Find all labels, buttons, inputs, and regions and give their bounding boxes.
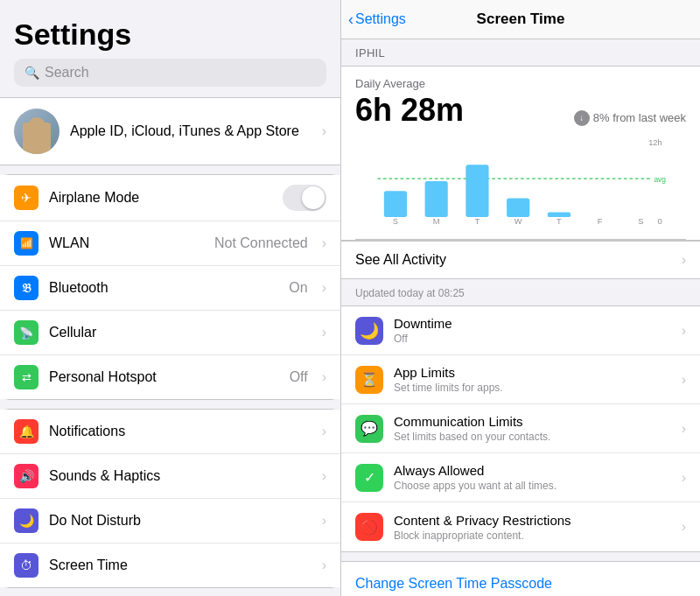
hotspot-value: Off — [290, 369, 308, 385]
apple-id-row[interactable]: Apple ID, iCloud, iTunes & App Store › — [0, 97, 340, 165]
screentime-icon: ⏱ — [14, 553, 38, 578]
updated-text: Updated today at 08:25 — [355, 287, 465, 299]
content-privacy-chevron: › — [682, 519, 686, 535]
wlan-row[interactable]: 📶 WLAN Not Connected › — [0, 221, 340, 266]
dnd-icon: 🌙 — [14, 508, 38, 533]
back-label: Settings — [355, 11, 406, 27]
bluetooth-value: On — [289, 280, 307, 296]
always-allowed-chevron: › — [682, 470, 686, 486]
cellular-label: Cellular — [49, 325, 312, 340]
comm-limits-icon: 💬 — [355, 415, 383, 443]
content-privacy-row[interactable]: 🚫 Content & Privacy Restrictions Block i… — [341, 502, 700, 551]
bluetooth-chevron: › — [322, 280, 326, 296]
daily-avg-section: Daily Average 6h 28m ↓ 8% from last week… — [341, 66, 700, 241]
trend-badge: ↓ 8% from last week — [574, 110, 686, 126]
dnd-label: Do Not Disturb — [49, 513, 312, 529]
downtime-chevron: › — [682, 323, 686, 339]
trend-text: 8% from last week — [593, 111, 686, 124]
apple-id-chevron: › — [322, 123, 326, 139]
change-passcode-label: Change Screen Time Passcode — [355, 576, 552, 591]
apple-id-text: Apple ID, iCloud, iTunes & App Store — [70, 123, 312, 139]
screentime-label: Screen Time — [49, 557, 312, 573]
downtime-icon: 🌙 — [355, 317, 383, 345]
back-chevron-icon: ‹ — [348, 11, 354, 29]
svg-rect-4 — [384, 191, 407, 217]
wlan-chevron: › — [322, 235, 326, 251]
back-button[interactable]: ‹ Settings — [348, 11, 406, 29]
comm-limits-subtitle: Set limits based on your contacts. — [394, 431, 671, 443]
svg-text:F: F — [598, 217, 603, 226]
airplane-mode-row[interactable]: ✈ Airplane Mode — [0, 175, 340, 221]
always-allowed-title: Always Allowed — [394, 463, 671, 478]
airplane-mode-toggle[interactable] — [283, 185, 326, 211]
hotspot-icon: ⇄ — [14, 365, 38, 389]
cellular-icon: 📡 — [14, 320, 38, 345]
bluetooth-label: Bluetooth — [49, 280, 278, 296]
sounds-row[interactable]: 🔊 Sounds & Haptics › — [0, 454, 340, 499]
always-allowed-subtitle: Choose apps you want at all times. — [394, 480, 671, 492]
screen-title: Screen Time — [477, 11, 565, 28]
username-section: IPHIL — [341, 39, 700, 66]
features-section: 🌙 Downtime Off › ⏳ App Limits Set time l… — [341, 305, 700, 552]
sounds-chevron: › — [322, 468, 326, 484]
downtime-subtitle: Off — [394, 333, 671, 345]
bluetooth-row[interactable]: 𝔅 Bluetooth On › — [0, 266, 340, 311]
notifications-row[interactable]: 🔔 Notifications › — [0, 410, 340, 454]
username-label: IPHIL — [355, 46, 385, 60]
trend-down-icon: ↓ — [574, 110, 590, 126]
screentime-row[interactable]: ⏱ Screen Time › — [0, 543, 340, 587]
svg-text:W: W — [514, 217, 522, 226]
svg-text:avg: avg — [654, 175, 666, 184]
dnd-row[interactable]: 🌙 Do Not Disturb › — [0, 499, 340, 543]
see-all-row[interactable]: See All Activity › — [341, 241, 700, 279]
daily-avg-row: 6h 28m ↓ 8% from last week — [355, 92, 686, 129]
dnd-chevron: › — [322, 513, 326, 529]
change-passcode-section[interactable]: Change Screen Time Passcode — [341, 561, 700, 596]
downtime-row[interactable]: 🌙 Downtime Off › — [341, 306, 700, 355]
app-limits-subtitle: Set time limits for apps. — [394, 382, 671, 394]
comm-limits-title: Communication Limits — [394, 414, 671, 429]
content-privacy-text: Content & Privacy Restrictions Block ina… — [394, 513, 671, 542]
app-limits-text: App Limits Set time limits for apps. — [394, 365, 671, 394]
wlan-value: Not Connected — [214, 235, 308, 251]
cellular-chevron: › — [322, 325, 326, 340]
notifications-icon: 🔔 — [14, 419, 38, 444]
settings-title: Settings — [0, 0, 340, 59]
apple-id-label: Apple ID, iCloud, iTunes & App Store — [70, 123, 299, 138]
hotspot-label: Personal Hotspot — [49, 369, 279, 385]
settings-section-2: 🔔 Notifications › 🔊 Sounds & Haptics › 🌙… — [0, 409, 340, 588]
svg-text:0: 0 — [658, 217, 662, 226]
search-bar[interactable]: 🔍 Search — [14, 59, 326, 87]
svg-rect-7 — [507, 199, 529, 218]
bluetooth-icon: 𝔅 — [14, 276, 38, 300]
svg-rect-6 — [466, 165, 488, 217]
bar-chart: 12h 0 avg S M — [369, 132, 672, 228]
app-limits-title: App Limits — [394, 365, 671, 380]
sounds-icon: 🔊 — [14, 464, 38, 488]
comm-limits-row[interactable]: 💬 Communication Limits Set limits based … — [341, 404, 700, 453]
always-allowed-row[interactable]: ✓ Always Allowed Choose apps you want at… — [341, 453, 700, 502]
search-icon: 🔍 — [24, 66, 39, 80]
svg-text:M: M — [433, 217, 440, 226]
hotspot-row[interactable]: ⇄ Personal Hotspot Off › — [0, 355, 340, 399]
right-panel: ‹ Settings Screen Time IPHIL Daily Avera… — [341, 0, 700, 596]
always-allowed-icon: ✓ — [355, 464, 383, 492]
content-privacy-title: Content & Privacy Restrictions — [394, 513, 671, 528]
downtime-text: Downtime Off — [394, 316, 671, 345]
hotspot-chevron: › — [322, 369, 326, 385]
cellular-row[interactable]: 📡 Cellular › — [0, 311, 340, 355]
svg-rect-5 — [425, 181, 448, 217]
app-limits-row[interactable]: ⏳ App Limits Set time limits for apps. › — [341, 355, 700, 404]
downtime-title: Downtime — [394, 316, 671, 331]
see-all-label: See All Activity — [355, 252, 446, 268]
comm-limits-text: Communication Limits Set limits based on… — [394, 414, 671, 443]
airplane-mode-icon: ✈ — [14, 186, 38, 210]
svg-text:T: T — [475, 217, 480, 226]
settings-section-1: ✈ Airplane Mode 📶 WLAN Not Connected › 𝔅… — [0, 174, 340, 400]
content-privacy-icon: 🚫 — [355, 513, 383, 541]
wlan-icon: 📶 — [14, 231, 38, 256]
see-all-chevron: › — [682, 252, 686, 268]
notifications-chevron: › — [322, 424, 326, 439]
notifications-label: Notifications — [49, 424, 312, 439]
chart-container: 12h 0 avg S M — [355, 129, 686, 240]
